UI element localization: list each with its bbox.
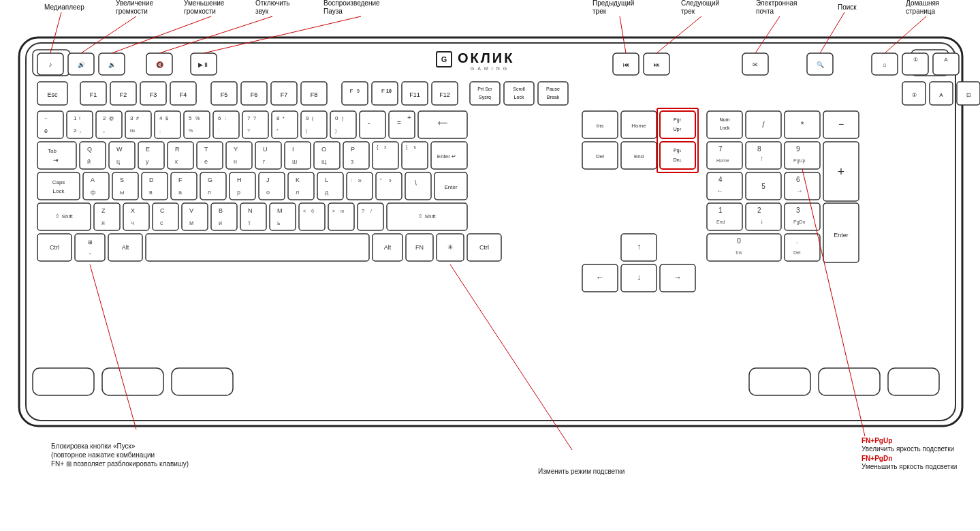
key-num-dot[interactable]: [785, 234, 820, 261]
key-prtscr[interactable]: [470, 82, 500, 105]
key-b[interactable]: [211, 203, 237, 230]
key-num-6[interactable]: [785, 172, 820, 200]
svg-text:→: →: [796, 187, 803, 194]
svg-text:↑: ↑: [760, 155, 763, 162]
key-f[interactable]: [171, 172, 197, 200]
key-a[interactable]: [83, 172, 109, 200]
svg-text:←: ←: [716, 187, 723, 194]
key-j[interactable]: [259, 172, 285, 200]
label-win-lock-2: (повторное нажатие комбинации: [51, 451, 155, 459]
brand-subtitle: GAMING: [471, 66, 510, 71]
key-space[interactable]: [146, 234, 369, 261]
svg-text:T: T: [204, 146, 208, 153]
key-minus[interactable]: [360, 111, 385, 138]
key-backtick[interactable]: [37, 111, 63, 138]
key-semicolon[interactable]: [347, 172, 373, 200]
key-backslash[interactable]: [405, 172, 431, 200]
svg-text:звук: звук: [255, 7, 269, 15]
key-q[interactable]: [80, 142, 106, 169]
key-e[interactable]: [138, 142, 164, 169]
svg-text:⟵: ⟵: [438, 119, 447, 127]
key-num-1[interactable]: [707, 203, 742, 230]
label-fnpgup-desc: Увеличить яркость подсветки: [862, 445, 954, 453]
key-pgup[interactable]: [660, 111, 695, 138]
svg-text:F: F: [381, 88, 385, 94]
key-y[interactable]: [226, 142, 252, 169]
svg-text:Home: Home: [716, 158, 729, 163]
svg-text:⊞: ⊞: [88, 239, 93, 245]
svg-text:№: №: [130, 128, 136, 133]
key-pgdn[interactable]: [660, 142, 695, 169]
key-u[interactable]: [255, 142, 281, 169]
svg-text:⊡: ⊡: [966, 92, 971, 98]
svg-text:5: 5: [189, 115, 192, 121]
key-scroll-lock[interactable]: [504, 82, 534, 105]
key-p[interactable]: [343, 142, 369, 169]
key-slash[interactable]: [358, 203, 383, 230]
svg-text:G: G: [441, 55, 447, 63]
key-f10[interactable]: [372, 82, 398, 105]
key-num-7[interactable]: [707, 142, 742, 169]
svg-text:Enter: Enter: [444, 184, 457, 190]
svg-text:C: C: [160, 207, 165, 214]
svg-text:9: 9: [306, 115, 309, 121]
key-g[interactable]: [200, 172, 226, 200]
key-comma[interactable]: [299, 203, 325, 230]
key-3[interactable]: [125, 111, 151, 138]
key-f9[interactable]: [342, 82, 368, 105]
key-2[interactable]: [96, 111, 122, 138]
key-d[interactable]: [142, 172, 168, 200]
svg-text:M: M: [277, 207, 283, 214]
key-r[interactable]: [168, 142, 193, 169]
key-n[interactable]: [240, 203, 266, 230]
key-6[interactable]: [213, 111, 239, 138]
svg-text:-: -: [368, 119, 370, 127]
key-pause[interactable]: [538, 82, 568, 105]
key-period[interactable]: [328, 203, 354, 230]
key-quote[interactable]: [376, 172, 402, 200]
svg-text:щ: щ: [321, 158, 327, 165]
key-5[interactable]: [184, 111, 210, 138]
svg-text:л: л: [296, 189, 299, 196]
svg-text:▶⏸: ▶⏸: [198, 61, 209, 68]
svg-text:↓: ↓: [637, 273, 641, 282]
svg-text:⏭: ⏭: [654, 61, 660, 68]
key-0[interactable]: [330, 111, 356, 138]
key-t[interactable]: [197, 142, 223, 169]
key-num-0[interactable]: [707, 234, 781, 261]
key-l[interactable]: [317, 172, 343, 200]
key-num-8[interactable]: [746, 142, 781, 169]
svg-text::: :: [351, 178, 352, 183]
key-tab[interactable]: [37, 142, 76, 169]
key-8[interactable]: [272, 111, 298, 138]
key-num-2[interactable]: [746, 203, 781, 230]
key-num-9[interactable]: [785, 142, 820, 169]
svg-text:у: у: [146, 158, 149, 165]
key-s[interactable]: [112, 172, 138, 200]
svg-text:F7: F7: [281, 91, 288, 98]
svg-text:#: #: [136, 116, 139, 121]
key-num-lock[interactable]: [707, 111, 742, 138]
key-v[interactable]: [182, 203, 208, 230]
key-win[interactable]: [75, 234, 105, 261]
key-9[interactable]: [301, 111, 327, 138]
key-o[interactable]: [314, 142, 340, 169]
svg-text::: :: [225, 116, 226, 121]
svg-text:;: ;: [159, 128, 161, 133]
svg-text:E: E: [146, 146, 150, 153]
key-1[interactable]: [67, 111, 93, 138]
key-x[interactable]: [123, 203, 149, 230]
svg-text:U: U: [263, 146, 268, 153]
key-caps-lock[interactable]: [37, 172, 80, 200]
key-c[interactable]: [153, 203, 178, 230]
key-4[interactable]: [155, 111, 180, 138]
key-i[interactable]: [285, 142, 311, 169]
svg-text:Sysrq: Sysrq: [479, 95, 491, 100]
key-num-3[interactable]: [785, 203, 820, 230]
key-m[interactable]: [270, 203, 296, 230]
key-z[interactable]: [94, 203, 120, 230]
key-7[interactable]: [242, 111, 268, 138]
key-num-4[interactable]: [707, 172, 742, 200]
key-h[interactable]: [230, 172, 255, 200]
key-k[interactable]: [288, 172, 314, 200]
